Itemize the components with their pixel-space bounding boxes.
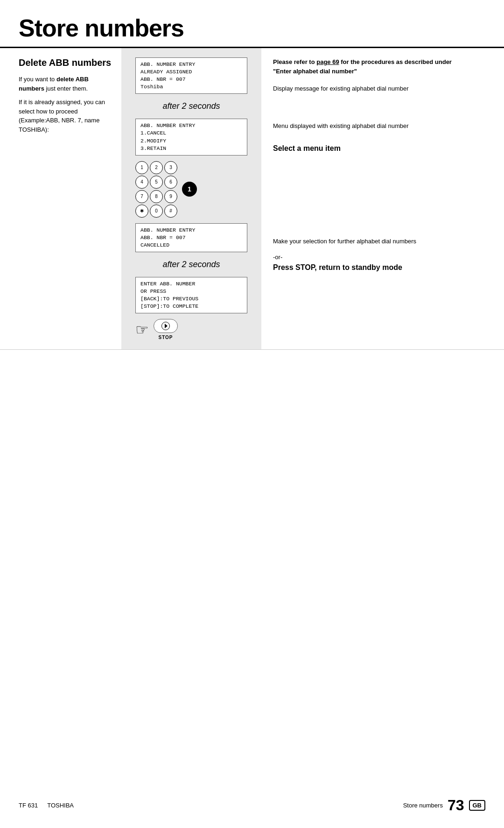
left-column: Delete ABB numbers If you want to delete… xyxy=(0,48,121,349)
screen-2: ABB. NUMBER ENTRY 1.CANCEL 2.MODIFY 3.RE… xyxy=(135,119,247,155)
after-seconds-2: after 2 seconds xyxy=(162,260,220,269)
display-msg-section: Display message for existing alphabet di… xyxy=(273,84,495,93)
menu-label-section: Menu displayed with existing alphabet di… xyxy=(273,121,495,131)
section-title: Delete ABB numbers xyxy=(19,57,112,68)
key-8[interactable]: 8 xyxy=(150,190,163,203)
page-footer: TF 631 TOSHIBA Store numbers 73 GB xyxy=(0,797,504,814)
screen-4-line3: [BACK]:TO PREVIOUS xyxy=(140,295,242,303)
description-paragraph-2: If it is already assigned, you can selec… xyxy=(19,98,112,134)
screen-4-line1: ENTER ABB. NUMBER xyxy=(140,280,242,288)
screen-1-line3: ABB. NBR = 007 xyxy=(140,76,242,83)
key-6[interactable]: 6 xyxy=(164,176,177,189)
stop-button[interactable] xyxy=(154,319,178,333)
screen-1-line1: ABB. NUMBER ENTRY xyxy=(140,61,242,68)
footer-brand: TOSHIBA xyxy=(47,802,74,809)
screen-4-line2: OR PRESS xyxy=(140,288,242,295)
right-column: Please refer to page 69 for the procedur… xyxy=(261,48,504,349)
key-3[interactable]: 3 xyxy=(164,161,177,174)
screen-4-line4: [STOP]:TO COMPLETE xyxy=(140,303,242,310)
footer-right: Store numbers 73 GB xyxy=(403,797,485,814)
keypad: 1 2 3 4 5 6 7 8 9 ✱ 0 # xyxy=(135,161,177,218)
screen-3: ABB. NUMBER ENTRY ABB. NBR = 007 CANCELL… xyxy=(135,223,247,252)
make-selection-section: Make your selection for further alphabet… xyxy=(273,237,495,246)
menu-label-text: Menu displayed with existing alphabet di… xyxy=(273,121,495,131)
stop-button-inner xyxy=(161,322,170,330)
select-label-section: Select a menu item xyxy=(273,144,495,153)
key-1[interactable]: 1 xyxy=(135,161,148,174)
footer-left: TF 631 TOSHIBA xyxy=(19,802,74,809)
screen-1-line4: Toshiba xyxy=(140,83,242,91)
screen-2-line3: 2.MODIFY xyxy=(140,137,242,145)
diagram-column: ABB. NUMBER ENTRY ALREADY ASSIGNED ABB. … xyxy=(121,48,261,349)
right-intro-section: Please refer to page 69 for the procedur… xyxy=(273,57,495,76)
display-msg-label: Display message for existing alphabet di… xyxy=(273,84,495,93)
key-0[interactable]: 0 xyxy=(150,205,163,218)
screen-3-line1: ABB. NUMBER ENTRY xyxy=(140,226,242,234)
description-paragraph-1: If you want to delete ABB numbers just e… xyxy=(19,75,112,93)
footer-page-number: 73 xyxy=(448,797,464,814)
screen-1-line2: ALREADY ASSIGNED xyxy=(140,68,242,76)
page-link[interactable]: page 69 xyxy=(316,58,339,65)
key-9[interactable]: 9 xyxy=(164,190,177,203)
selected-key-1: 1 xyxy=(182,182,197,197)
screen-4: ENTER ABB. NUMBER OR PRESS [BACK]:TO PRE… xyxy=(135,277,247,313)
footer-country-badge: GB xyxy=(469,800,486,811)
stop-label: STOP xyxy=(158,335,173,340)
key-hash[interactable]: # xyxy=(164,205,177,218)
stop-triangle-icon xyxy=(165,324,168,328)
after-seconds-1: after 2 seconds xyxy=(162,101,220,111)
key-2[interactable]: 2 xyxy=(150,161,163,174)
key-star[interactable]: ✱ xyxy=(135,205,148,218)
screen-1: ABB. NUMBER ENTRY ALREADY ASSIGNED ABB. … xyxy=(135,57,247,94)
footer-model: TF 631 xyxy=(19,802,38,809)
screen-2-line2: 1.CANCEL xyxy=(140,129,242,137)
screen-2-line1: ABB. NUMBER ENTRY xyxy=(140,122,242,129)
screen-2-line4: 3.RETAIN xyxy=(140,145,242,152)
keypad-area: 1 2 3 4 5 6 7 8 9 ✱ 0 # 1 xyxy=(135,161,247,218)
press-stop-section: Press STOP, return to standby mode xyxy=(273,263,495,272)
right-intro-text: Please refer to page 69 for the procedur… xyxy=(273,57,495,76)
screen-3-line2: ABB. NBR = 007 xyxy=(140,234,242,241)
key-7[interactable]: 7 xyxy=(135,190,148,203)
key-5[interactable]: 5 xyxy=(150,176,163,189)
press-stop-text: Press STOP, return to standby mode xyxy=(273,263,495,272)
or-divider: -or- xyxy=(273,254,495,261)
footer-section: Store numbers xyxy=(403,802,443,809)
screen-3-line3: CANCELLED xyxy=(140,241,242,249)
hand-pointer-icon: ☞ xyxy=(135,321,149,339)
hand-stop-row: ☞ STOP xyxy=(135,319,247,340)
make-selection-text: Make your selection for further alphabet… xyxy=(273,237,495,246)
key-4[interactable]: 4 xyxy=(135,176,148,189)
stop-button-area[interactable]: STOP xyxy=(154,319,178,340)
select-label-heading: Select a menu item xyxy=(273,144,495,153)
page-title: Store numbers xyxy=(0,0,504,48)
